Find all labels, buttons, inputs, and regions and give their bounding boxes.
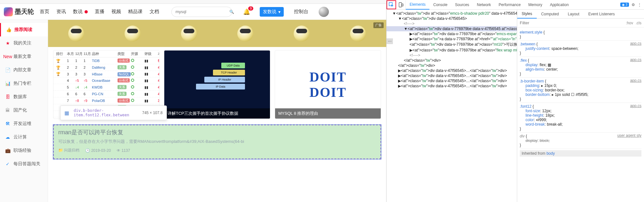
logo-text: 墨天轮 — [15, 7, 34, 16]
elements-dom-tree[interactable]: ⋯ ▼<at">class="tw">div at">class="emcs-b… — [387, 10, 517, 202]
sidebar-item[interactable]: 👍推荐阅读 — [0, 23, 48, 36]
dom-node[interactable]: ▶<at">class="tw">a data-v-776979be at">h… — [387, 36, 517, 42]
sidebar-icon: ☁ — [5, 135, 10, 140]
nav-首页[interactable]: 首页 — [40, 9, 49, 15]
tcp-diagram: UDP Data TCP Header IP Header IP Data — [175, 61, 259, 108]
sidebar-item[interactable]: 🛠开发运维 — [0, 117, 48, 130]
style-rule[interactable]: app.cs.flex {display: flex; ▦align-items… — [520, 57, 641, 78]
more-icon[interactable]: ⋮ — [638, 3, 641, 7]
sidebar-item[interactable]: ✓每日答题闯关 — [0, 157, 48, 171]
devtools-tab-console[interactable]: Console — [429, 0, 451, 10]
styles-filter-input[interactable] — [520, 20, 623, 25]
sidebar-item[interactable]: New最新文章 — [0, 50, 48, 63]
search-input[interactable] — [175, 9, 229, 14]
style-rule[interactable]: app.cs.between {justify-content: space-b… — [520, 41, 641, 57]
rank-row[interactable]: 🏆333HBaseNoSQL▮▮447.79441.95420.34〰 — [53, 71, 159, 77]
tcp-layer: IP Data — [196, 84, 245, 89]
nav-文档[interactable]: 文档 — [150, 9, 159, 15]
styles-tab-event listeners[interactable]: Event Listeners — [584, 10, 619, 19]
notification-bell-icon[interactable]: 🔔 9 — [243, 8, 250, 15]
sidebar-item[interactable]: 📊热门专栏 — [0, 77, 48, 90]
styles-tab-layout[interactable]: Layout — [563, 10, 584, 19]
top-nav: 墨天轮 首页资讯数说直播视频精品课文档 🔍 🔔 9 发数说 ▾ 控制台 — [0, 4, 386, 20]
nav-视频[interactable]: 视频 — [111, 9, 121, 15]
sidebar-icon: 🗄 — [5, 94, 10, 99]
rank-row[interactable]: 5↓4↓4KWDB关系▮▮407.78414.57403.69〰 — [53, 84, 159, 91]
sidebar: 👍推荐阅读★我的关注New最新文章📄内部文章📊热门专栏🗄数据库🏛国产化🛠开发运维… — [0, 20, 48, 202]
devtools-tab-performance[interactable]: Performance — [495, 0, 525, 10]
dom-node[interactable]: ▶<at">class="tw">div data-v-47f56545>…</… — [387, 83, 517, 89]
dom-node[interactable]: <at">class="tw">div data-v-776979be at">… — [387, 42, 517, 48]
nav-精品课[interactable]: 精品课 — [128, 9, 143, 15]
hero-banner[interactable]: 广告 — [48, 20, 386, 47]
settings-gear-icon[interactable]: ⚙ — [632, 3, 635, 7]
card-doit[interactable]: DOIT DOIT MYSQL 8 推荐的理由 — [275, 50, 381, 119]
dom-node[interactable]: ▶<at">class="tw">div data-v-47f56545>…</… — [387, 73, 517, 78]
nav-console[interactable]: 控制台 — [294, 9, 308, 15]
devtools-tab-sources[interactable]: Sources — [451, 0, 473, 10]
rule-source-link[interactable]: app.cs — [630, 41, 641, 46]
mascot-icon — [350, 26, 366, 42]
mascot-icon — [237, 26, 253, 42]
devtools-tab-application[interactable]: Application — [546, 0, 573, 10]
search-icon[interactable]: 🔍 — [229, 10, 234, 14]
dom-node[interactable]: </at">class="tw">div> — [387, 58, 517, 63]
rule-source-link[interactable]: app.cs — [630, 104, 641, 108]
dom-node[interactable]: ▶<at">class="tw">div data-v-776979be at"… — [387, 31, 517, 36]
devtools-tab-elements[interactable]: Elements — [406, 0, 429, 10]
tcp-layer: TCP Header — [213, 70, 245, 75]
card-caption: 详解TCP三次握手的首次握手协议数据 — [164, 108, 270, 119]
dom-node[interactable]: ▶<at">class="tw">div data-v-776979be at"… — [387, 48, 517, 53]
rank-row[interactable]: 4↑5↑5OceanBase分布式▮▮437.16409.85367.48〰 — [53, 77, 159, 84]
inspect-element-button[interactable] — [387, 0, 396, 9]
highlighted-article[interactable]: rman是否可以跨平台恢复 可以恢复，但是存在大小字节序问题，需要RMANcon… — [53, 125, 381, 159]
hov-toggle[interactable]: :hov — [626, 21, 633, 25]
issues-badge[interactable]: ◉ 3 — [620, 3, 629, 7]
style-rule[interactable]: app.cs.font12 {font-size: 12px;line-heig… — [520, 103, 641, 133]
nav-数说[interactable]: 数说 — [73, 9, 88, 15]
rank-row[interactable]: 7↑8↑9PolarDB分布式▮▮396.60338.16299.27〰 — [53, 97, 159, 104]
sidebar-icon: 🏛 — [5, 108, 10, 113]
dom-node[interactable]: ▼<at">class="tw">div at">class="emcs-b-s… — [387, 11, 517, 16]
dom-node[interactable]: <!----> — [387, 21, 517, 26]
devtools-tab-memory[interactable]: Memory — [525, 0, 546, 10]
dom-node[interactable]: ▶<at">class="tw">div data-v-47f56545>…</… — [387, 78, 517, 83]
post-button[interactable]: 发数说 ▾ — [260, 7, 284, 17]
dom-node[interactable]: ▼<at">class="tw">div data-v-47f56545> — [387, 16, 517, 21]
dom-node[interactable]: ▼<at">class="tw">div data-v-776979be dat… — [387, 26, 517, 31]
sidebar-item[interactable]: ★我的关注 — [0, 36, 48, 50]
rank-row[interactable]: 666PG-CN关系▮▮401.78396.44365.00〰 — [53, 91, 159, 97]
rank-row[interactable]: 🏆222DaMeng关系▮▮468.78455.54447.18〰 — [53, 64, 159, 71]
styles-tab-styles[interactable]: Styles — [517, 10, 537, 19]
style-rule[interactable]: element.style {} — [520, 29, 641, 41]
sidebar-item[interactable]: 💼职场经验 — [0, 144, 48, 157]
style-rules-list[interactable]: element.style {}app.cs.between {justify-… — [517, 27, 644, 202]
sidebar-item[interactable]: 🏛国产化 — [0, 104, 48, 117]
style-rule[interactable]: app.cs.b-border-item {padding: ▸ 15px 0;… — [520, 78, 641, 103]
card-tcp[interactable]: UDP Data TCP Header IP Header IP Data 详解… — [164, 50, 270, 119]
notification-badge: 9 — [248, 6, 253, 11]
rule-source-link[interactable]: app.cs — [630, 58, 641, 62]
rule-source-link[interactable]: user agent sty — [617, 133, 641, 138]
devtools-tab-network[interactable]: Network — [473, 0, 495, 10]
rule-source-link[interactable]: app.cs — [630, 78, 641, 83]
main-content: 广告 排行本月12月11月品种类型开源评级本月12月11月🏆111TiDB分布式… — [48, 20, 386, 202]
avatar[interactable] — [319, 7, 329, 17]
styles-tab-computed[interactable]: Computed — [537, 10, 563, 19]
dom-node[interactable]: ▶<at">class="tw">div data-v-47f56545>…</… — [387, 68, 517, 73]
sidebar-item[interactable]: 📄内部文章 — [0, 63, 48, 77]
dom-node[interactable]: <!----> — [387, 53, 517, 58]
style-rule[interactable]: user agent stydiv {display: block;} — [520, 133, 641, 149]
dom-node[interactable]: </at">class="tw">div> — [387, 63, 517, 68]
rank-row[interactable]: 🏆111TiDB分布式▮▮539.28538.71506.31〰 — [53, 58, 159, 64]
sidebar-item[interactable]: ☁云计算 — [0, 130, 48, 144]
nav-直播[interactable]: 直播 — [95, 9, 104, 15]
nav-资讯[interactable]: 资讯 — [56, 9, 66, 15]
post-button-label: 发数说 — [263, 9, 276, 15]
sidebar-item[interactable]: 🗄数据库 — [0, 90, 48, 104]
calendar-icon: 🕒 2019-03-20 — [85, 148, 111, 153]
search-box[interactable]: 🔍 — [171, 7, 232, 17]
cls-toggle[interactable]: .cls — [636, 21, 641, 25]
site-logo[interactable]: 墨天轮 — [4, 7, 34, 16]
device-toolbar-button[interactable] — [396, 0, 406, 9]
